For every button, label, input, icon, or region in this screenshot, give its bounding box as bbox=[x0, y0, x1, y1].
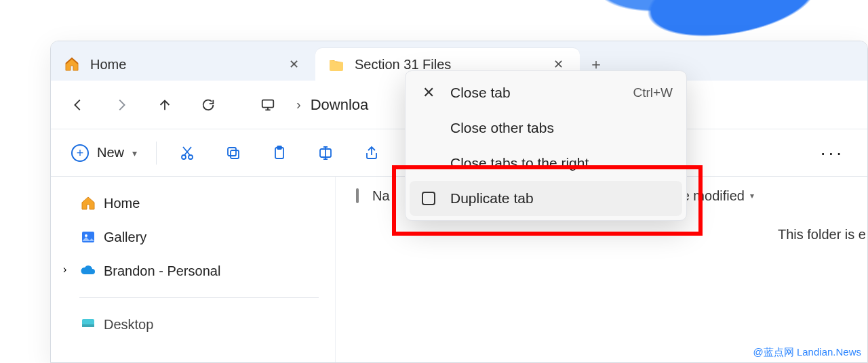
nav-forward[interactable] bbox=[102, 89, 140, 121]
sidebar-item-gallery[interactable]: Gallery bbox=[63, 220, 335, 254]
menu-item-label: Duplicate tab bbox=[450, 190, 534, 207]
nav-back[interactable] bbox=[59, 89, 97, 121]
svg-rect-4 bbox=[228, 148, 236, 156]
navigation-pane: Home Gallery › Brandon - Personal bbox=[51, 177, 336, 362]
more-button[interactable]: ··· bbox=[821, 142, 855, 164]
menu-item-label: Close tabs to the right bbox=[450, 155, 589, 171]
cut-button[interactable] bbox=[167, 137, 207, 169]
tab-home-close[interactable]: ✕ bbox=[284, 57, 303, 72]
expand-chevron-icon[interactable]: › bbox=[63, 263, 66, 276]
close-icon: ✕ bbox=[419, 84, 438, 102]
menu-item-shortcut: Ctrl+W bbox=[633, 85, 673, 100]
tab-home-label: Home bbox=[90, 57, 275, 72]
tab-context-menu: ✕ Close tab Ctrl+W Close other tabs Clos… bbox=[405, 70, 687, 221]
chevron-down-icon: ▾ bbox=[132, 148, 137, 158]
paste-button[interactable] bbox=[260, 137, 299, 169]
menu-item-label: Close tab bbox=[450, 85, 511, 101]
sidebar-item-desktop[interactable]: Desktop bbox=[63, 307, 335, 341]
svg-point-1 bbox=[182, 155, 186, 159]
plus-circle-icon: + bbox=[71, 144, 89, 162]
svg-rect-0 bbox=[262, 100, 274, 107]
menu-close-tabs-right[interactable]: Close tabs to the right bbox=[410, 146, 682, 181]
sidebar-separator bbox=[79, 297, 319, 298]
menu-close-tab[interactable]: ✕ Close tab Ctrl+W bbox=[410, 75, 682, 110]
sidebar-item-label: Desktop bbox=[104, 317, 153, 333]
copy-button[interactable] bbox=[214, 137, 253, 169]
share-button[interactable] bbox=[352, 137, 391, 169]
chevron-down-icon: ▾ bbox=[750, 191, 754, 200]
onedrive-icon bbox=[79, 262, 97, 280]
svg-rect-3 bbox=[231, 150, 239, 158]
sidebar-item-home[interactable]: Home bbox=[63, 186, 335, 220]
breadcrumb-thispc-icon[interactable] bbox=[249, 89, 287, 121]
sidebar-item-onedrive[interactable]: Brandon - Personal bbox=[63, 254, 335, 288]
nav-refresh[interactable] bbox=[189, 89, 227, 121]
column-date-modified[interactable]: ate modified ▾ bbox=[671, 188, 793, 204]
home-icon bbox=[79, 194, 97, 212]
home-icon bbox=[63, 56, 81, 73]
menu-duplicate-tab[interactable]: Duplicate tab bbox=[410, 181, 682, 216]
desktop-icon bbox=[79, 316, 97, 333]
folder-icon bbox=[328, 56, 345, 73]
svg-point-2 bbox=[189, 155, 193, 159]
new-button-label: New bbox=[97, 145, 124, 161]
svg-rect-11 bbox=[82, 324, 94, 327]
select-all-checkbox[interactable] bbox=[356, 188, 359, 203]
duplicate-icon bbox=[419, 192, 438, 205]
sidebar-item-label: Brandon - Personal bbox=[104, 263, 220, 279]
breadcrumb-segment[interactable]: Downloa bbox=[311, 96, 369, 114]
svg-point-9 bbox=[85, 234, 87, 237]
sidebar-item-label: Home bbox=[104, 196, 140, 211]
menu-item-label: Close other tabs bbox=[450, 120, 554, 136]
breadcrumb-chevron[interactable]: › bbox=[292, 97, 305, 112]
rename-button[interactable] bbox=[306, 137, 345, 169]
sidebar-item-label: Gallery bbox=[104, 230, 146, 245]
new-button[interactable]: + New ▾ bbox=[63, 140, 145, 166]
tab-home[interactable]: Home ✕ bbox=[51, 48, 315, 81]
tab-active-close[interactable]: ✕ bbox=[549, 57, 568, 72]
menu-close-other-tabs[interactable]: Close other tabs bbox=[410, 110, 682, 146]
gallery-icon bbox=[79, 228, 97, 246]
toolbar-separator bbox=[156, 142, 157, 165]
nav-up[interactable] bbox=[146, 89, 184, 121]
